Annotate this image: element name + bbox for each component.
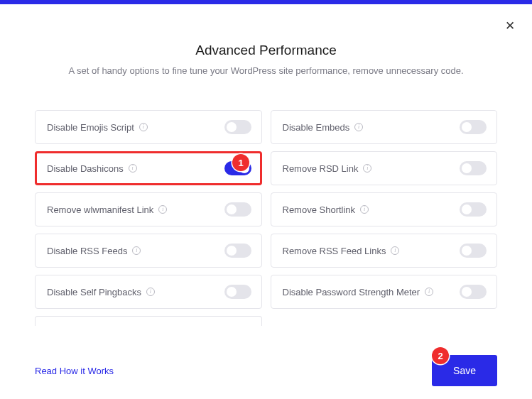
option-disable-dashicons: Disable Dashicons i [35, 151, 262, 185]
toggle-disable-emojis[interactable] [224, 120, 251, 134]
info-icon[interactable]: i [360, 205, 369, 214]
options-grid: Disable Emojis Script i Disable Embeds i… [35, 110, 497, 326]
option-label: Remove RSD Link [283, 163, 359, 174]
option-label: Disable Password Strength Meter [283, 287, 420, 297]
option-label-wrap: Disable Embeds i [283, 122, 364, 133]
option-label-wrap: Disable Self Pingbacks i [47, 287, 155, 297]
close-button[interactable]: ✕ [505, 20, 515, 32]
modal-header: Advanced Performance A set of handy opti… [0, 4, 532, 76]
option-remove-rss-links: Remove RSS Feed Links i [271, 234, 498, 268]
option-label-wrap: Disable Emojis Script i [47, 122, 148, 133]
option-label: Disable Self Pingbacks [47, 287, 141, 297]
option-disable-pingbacks: Disable Self Pingbacks i [35, 275, 262, 309]
option-label-wrap: Remove Shortlink i [283, 204, 369, 215]
option-partial-next [35, 316, 262, 326]
info-icon[interactable]: i [158, 205, 167, 214]
info-icon[interactable]: i [363, 164, 371, 173]
page-title: Advanced Performance [0, 43, 532, 58]
option-label-wrap: Disable Dashicons i [47, 163, 137, 174]
option-remove-rsd: Remove RSD Link i [271, 151, 498, 185]
info-icon[interactable]: i [425, 288, 433, 296]
toggle-remove-rss-links[interactable] [460, 244, 487, 258]
toggle-disable-pingbacks[interactable] [224, 285, 251, 299]
option-label: Disable Emojis Script [47, 122, 134, 133]
toggle-remove-shortlink[interactable] [460, 202, 487, 217]
option-remove-shortlink: Remove Shortlink i [271, 192, 498, 226]
toggle-disable-pwd-meter[interactable] [460, 285, 487, 299]
option-disable-rss: Disable RSS Feeds i [35, 234, 262, 268]
option-label: Remove RSS Feed Links [283, 246, 386, 256]
info-icon[interactable]: i [354, 123, 363, 131]
info-icon[interactable]: i [146, 288, 155, 296]
option-label-wrap: Remove wlwmanifest Link i [47, 204, 167, 215]
option-disable-pwd-meter: Disable Password Strength Meter i [271, 275, 498, 309]
spacer [271, 316, 498, 326]
info-icon[interactable]: i [129, 164, 137, 173]
option-label: Disable Embeds [283, 122, 350, 133]
toggle-disable-rss[interactable] [224, 244, 251, 258]
options-container: Disable Emojis Script i Disable Embeds i… [35, 110, 497, 326]
option-label: Disable Dashicons [47, 163, 124, 174]
option-label: Remove Shortlink [283, 204, 356, 215]
annotation-badge-2: 2 [432, 347, 449, 364]
modal-footer: Read How it Works Save [35, 355, 497, 386]
toggle-disable-embeds[interactable] [460, 120, 487, 134]
toggle-remove-rsd[interactable] [460, 161, 487, 175]
option-label-wrap: Remove RSD Link i [283, 163, 372, 174]
option-label-wrap: Remove RSS Feed Links i [283, 246, 400, 256]
toggle-remove-wlw[interactable] [224, 202, 251, 217]
option-label: Remove wlwmanifest Link [47, 204, 153, 215]
option-disable-emojis: Disable Emojis Script i [35, 110, 262, 144]
info-icon[interactable]: i [132, 246, 141, 255]
read-how-link[interactable]: Read How it Works [35, 366, 114, 376]
info-icon[interactable]: i [391, 246, 399, 255]
close-icon: ✕ [505, 19, 515, 33]
option-label: Disable RSS Feeds [47, 246, 127, 256]
option-remove-wlw: Remove wlwmanifest Link i [35, 192, 262, 226]
option-label-wrap: Disable Password Strength Meter i [283, 287, 434, 297]
page-subtitle: A set of handy options to fine tune your… [0, 65, 532, 76]
option-disable-embeds: Disable Embeds i [271, 110, 498, 144]
option-label-wrap: Disable RSS Feeds i [47, 246, 141, 256]
annotation-badge-1: 1 [232, 154, 249, 171]
info-icon[interactable]: i [139, 123, 148, 131]
